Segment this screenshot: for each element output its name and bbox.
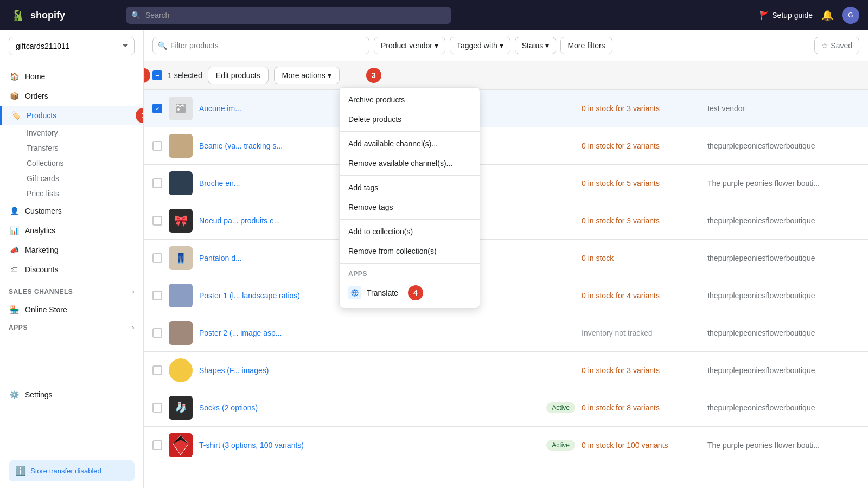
dropdown-item-add-collection[interactable]: Add to collection(s) [340, 222, 480, 241]
sidebar-sub-gift-cards[interactable]: Gift cards [0, 171, 143, 186]
dropdown-item-add-channels[interactable]: Add available channel(s)... [340, 134, 480, 153]
vendor-info-10: The purple peonies flower bouti... [707, 441, 859, 450]
vendor-info-3: The purple peonies flower bouti... [707, 179, 859, 188]
row-checkbox-4[interactable] [152, 216, 162, 226]
saved-button[interactable]: ☆ Saved [814, 37, 859, 54]
stock-info-7: Inventory not tracked [582, 329, 701, 337]
row-checkbox-8[interactable] [152, 365, 162, 375]
discounts-icon: 🏷 [9, 264, 20, 275]
vendor-info-6: thepurplepeoniesflowerboutique [707, 291, 859, 300]
dropdown-item-remove-tags[interactable]: Remove tags [340, 197, 480, 217]
sidebar-sub-label-inventory: Inventory [27, 129, 58, 137]
table-row: Poster 2 (... image asp... Inventory not… [144, 314, 868, 352]
layout: giftcards211011 🏠 Home 📦 Orders 🏷️ Produ… [0, 30, 868, 488]
notifications-icon[interactable]: 🔔 [821, 9, 833, 21]
orders-icon: 📦 [9, 91, 20, 101]
dropdown-item-delete[interactable]: Delete products [340, 110, 480, 129]
select-all-checkbox[interactable] [152, 70, 162, 80]
store-dropdown[interactable]: giftcards211011 [9, 37, 135, 55]
sidebar-bottom: ℹ️ Store transfer disabled [0, 454, 143, 488]
sidebar-sub-transfers[interactable]: Transfers [0, 140, 143, 156]
product-thumb-4: 🎀 [169, 209, 193, 233]
product-name-9: Socks (2 options) [199, 403, 540, 412]
sidebar-item-online-store[interactable]: 🏪 Online Store [0, 300, 143, 319]
setup-guide-button[interactable]: 🚩 Setup guide [760, 11, 813, 20]
row-checkbox-5[interactable] [152, 253, 162, 263]
main-content: 🔍 Product vendor ▾ Tagged with ▾ Status … [144, 30, 868, 488]
analytics-icon: 📊 [9, 225, 20, 236]
table-row: Beanie (va... tracking s... 0 in stock f… [144, 127, 868, 165]
more-actions-label: More actions [282, 71, 326, 80]
translate-label: Translate [367, 288, 398, 297]
edit-products-button[interactable]: Edit products [208, 67, 269, 84]
store-selector[interactable]: giftcards211011 [0, 30, 143, 62]
filter-tagged-chevron: ▾ [500, 41, 503, 50]
sidebar-sub-label-gift-cards: Gift cards [27, 174, 59, 183]
filter-vendor-chevron: ▾ [435, 41, 438, 50]
row-checkbox-10[interactable] [152, 440, 162, 450]
sidebar-sub-price-lists[interactable]: Price lists [0, 186, 143, 201]
avatar[interactable]: G [842, 7, 859, 24]
product-thumb-10 [169, 433, 193, 457]
global-search-input[interactable] [126, 7, 451, 24]
status-badge-10: Active [546, 440, 575, 451]
action-bar: 2 1 selected Edit products More actions … [144, 61, 868, 90]
sidebar-item-orders[interactable]: 📦 Orders [0, 86, 143, 106]
filter-search-icon: 🔍 [158, 41, 167, 50]
row-checkbox-7[interactable] [152, 328, 162, 338]
filter-tagged-button[interactable]: Tagged with ▾ [450, 37, 510, 54]
annotation-3: 3 [366, 68, 381, 83]
stock-info-1: 0 in stock for 3 variants [582, 104, 701, 113]
dropdown-item-add-tags[interactable]: Add tags [340, 178, 480, 197]
dropdown-item-remove-collection[interactable]: Remove from collection(s) [340, 241, 480, 261]
home-icon: 🏠 [9, 71, 20, 82]
edit-products-label: Edit products [216, 71, 260, 80]
marketing-icon: 📣 [9, 245, 20, 255]
dropdown-item-translate[interactable]: Translate 4 [340, 280, 480, 306]
sidebar-item-settings[interactable]: ⚙️ Settings [0, 385, 143, 404]
sidebar-item-products[interactable]: 🏷️ Products 1 [0, 106, 143, 125]
sidebar-sub-inventory[interactable]: Inventory [0, 125, 143, 140]
table-row: 👖 Pantalon d... 0 in stock thepurplepeon… [144, 240, 868, 277]
product-thumb-9: 🧦 [169, 396, 193, 420]
row-checkbox-3[interactable] [152, 178, 162, 188]
row-checkbox-2[interactable] [152, 141, 162, 151]
customers-icon: 👤 [9, 206, 20, 216]
vendor-info-1: test vendor [707, 104, 859, 113]
filter-search-container: 🔍 [152, 37, 369, 54]
row-checkbox-6[interactable] [152, 291, 162, 300]
filter-more-button[interactable]: More filters [560, 37, 612, 54]
product-thumb-5: 👖 [169, 246, 193, 270]
store-transfer-text: Store transfer disabled [30, 467, 101, 475]
topbar-right: 🚩 Setup guide 🔔 G [760, 7, 859, 24]
dropdown-divider-4 [340, 263, 480, 264]
sidebar: giftcards211011 🏠 Home 📦 Orders 🏷️ Produ… [0, 30, 144, 488]
filter-vendor-button[interactable]: Product vendor ▾ [374, 37, 445, 54]
product-name-8: Shapes (F... images) [199, 366, 575, 375]
dropdown-item-archive[interactable]: Archive products [340, 90, 480, 110]
filter-status-label: Status [522, 41, 544, 50]
sidebar-item-marketing[interactable]: 📣 Marketing [0, 240, 143, 260]
filter-products-input[interactable] [152, 37, 369, 54]
sidebar-item-home[interactable]: 🏠 Home [0, 67, 143, 86]
sidebar-item-label-products: Products [27, 111, 56, 120]
product-name-7: Poster 2 (... image asp... [199, 329, 575, 337]
sidebar-sub-label-price-lists: Price lists [27, 189, 59, 198]
online-store-icon: 🏪 [9, 304, 20, 315]
apps-label: Apps › [0, 319, 143, 336]
dropdown-item-remove-channels[interactable]: Remove available channel(s)... [340, 153, 480, 173]
sidebar-item-discounts[interactable]: 🏷 Discounts [0, 260, 143, 279]
vendor-info-5: thepurplepeoniesflowerboutique [707, 254, 859, 262]
vendor-info-7: thepurplepeoniesflowerboutique [707, 329, 859, 337]
row-checkbox-1[interactable] [152, 104, 162, 113]
sidebar-item-label-settings: Settings [25, 390, 53, 399]
table-row: 🎀 Noeud pa... produits e... 0 in stock f… [144, 202, 868, 240]
stock-info-2: 0 in stock for 2 variants [582, 142, 701, 150]
more-actions-button[interactable]: More actions ▾ [274, 67, 340, 84]
row-checkbox-9[interactable] [152, 403, 162, 413]
sidebar-item-analytics[interactable]: 📊 Analytics [0, 221, 143, 240]
sidebar-sub-collections[interactable]: Collections [0, 156, 143, 171]
sidebar-item-customers[interactable]: 👤 Customers [0, 201, 143, 221]
filter-status-button[interactable]: Status ▾ [515, 37, 557, 54]
filter-vendor-label: Product vendor [381, 41, 432, 50]
